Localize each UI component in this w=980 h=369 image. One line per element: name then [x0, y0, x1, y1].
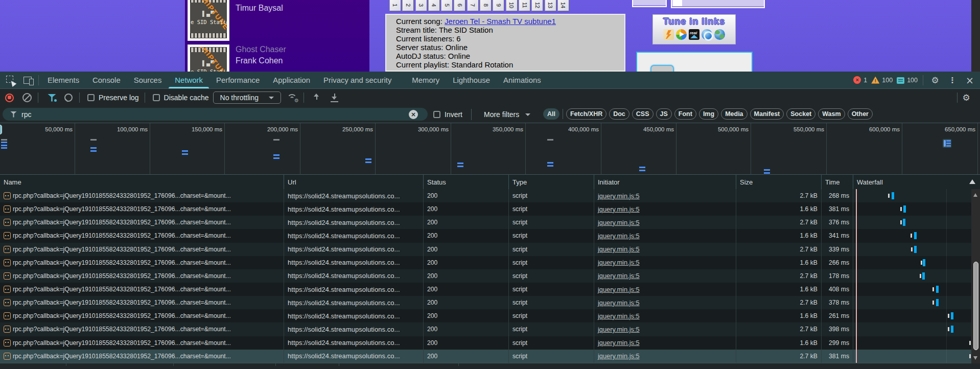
- devtools-tab[interactable]: Elements: [41, 72, 86, 88]
- page-number-button[interactable]: 3: [415, 0, 427, 11]
- page-number-button[interactable]: 7: [467, 0, 479, 11]
- column-header-waterfall[interactable]: Waterfall: [853, 175, 980, 189]
- page-number-button[interactable]: 8: [480, 0, 492, 11]
- request-waterfall[interactable]: [853, 202, 980, 216]
- request-waterfall[interactable]: [853, 322, 980, 336]
- devtools-tab[interactable]: Privacy and security: [317, 72, 398, 88]
- request-name[interactable]: rpc.php?callback=jQuery19101855824332801…: [0, 202, 284, 216]
- timeline-drag-handle[interactable]: [0, 125, 2, 134]
- page-number-button[interactable]: 5: [441, 0, 453, 11]
- request-row[interactable]: rpc.php?callback=jQuery19101855824332801…: [0, 309, 980, 322]
- inspect-element-icon[interactable]: [2, 72, 19, 88]
- request-row[interactable]: rpc.php?callback=jQuery19101855824332801…: [0, 336, 980, 350]
- record-network-log-icon[interactable]: [5, 94, 14, 102]
- request-name[interactable]: rpc.php?callback=jQuery19101855824332801…: [0, 296, 284, 309]
- devtools-tab[interactable]: Application: [266, 72, 317, 88]
- page-number-button[interactable]: 1: [389, 0, 401, 11]
- page-number-button[interactable]: 12: [531, 0, 543, 11]
- page-number-button[interactable]: 10: [506, 0, 518, 11]
- request-name[interactable]: rpc.php?callback=jQuery19101855824332801…: [0, 322, 284, 336]
- column-header-name[interactable]: Name: [0, 175, 284, 189]
- request-waterfall[interactable]: [853, 216, 980, 229]
- more-filters-dropdown[interactable]: More filters: [484, 106, 530, 123]
- track-item-2[interactable]: ▌▄▀ CHIPTUNE e SID Statio Ghost Chaser F…: [188, 44, 286, 72]
- column-header-type[interactable]: Type: [509, 175, 594, 189]
- column-header-initiator[interactable]: Initiator: [594, 175, 736, 189]
- filter-chip-other[interactable]: Other: [848, 108, 873, 120]
- request-initiator[interactable]: jquery.min.js:5: [594, 322, 736, 336]
- filter-chip-manifest[interactable]: Manifest: [750, 108, 784, 120]
- request-waterfall[interactable]: [853, 256, 980, 269]
- request-initiator[interactable]: jquery.min.js:5: [594, 229, 736, 242]
- clear-network-log-icon[interactable]: [22, 93, 32, 102]
- page-number-button[interactable]: 13: [545, 0, 556, 11]
- close-devtools-icon[interactable]: ×: [961, 72, 978, 88]
- clear-filter-icon[interactable]: ×: [409, 110, 418, 119]
- current-song-link[interactable]: Jeroen Tel - Smash TV subtune1: [445, 17, 556, 26]
- filter-chip-img[interactable]: Img: [699, 108, 718, 120]
- track-title[interactable]: A Lost Gem: [236, 0, 283, 2]
- filter-chip-js[interactable]: JS: [656, 108, 672, 120]
- request-initiator[interactable]: jquery.min.js:5: [594, 350, 736, 363]
- page-number-button[interactable]: 4: [428, 0, 440, 11]
- request-name[interactable]: rpc.php?callback=jQuery19101855824332801…: [0, 336, 284, 350]
- request-waterfall[interactable]: [853, 350, 980, 363]
- request-row[interactable]: rpc.php?callback=jQuery19101855824332801…: [0, 243, 980, 256]
- page-number-button[interactable]: 14: [557, 0, 569, 11]
- page-number-button[interactable]: 11: [519, 0, 530, 11]
- filter-chip-fetchxhr[interactable]: Fetch/XHR: [566, 108, 606, 120]
- request-initiator[interactable]: jquery.min.js:5: [594, 336, 736, 350]
- request-name[interactable]: rpc.php?callback=jQuery19101855824332801…: [0, 269, 284, 283]
- invert-checkbox[interactable]: Invert: [433, 106, 462, 123]
- devtools-tab[interactable]: Memory: [405, 72, 446, 88]
- request-row[interactable]: rpc.php?callback=jQuery19101855824332801…: [0, 216, 980, 229]
- request-waterfall[interactable]: [853, 189, 980, 202]
- request-initiator[interactable]: jquery.min.js:5: [594, 283, 736, 296]
- wmp-icon[interactable]: [676, 29, 687, 40]
- export-har-icon[interactable]: [330, 94, 339, 102]
- import-har-icon[interactable]: [312, 94, 321, 102]
- request-waterfall[interactable]: [853, 243, 980, 256]
- settings-gear-icon[interactable]: ⚙: [926, 72, 944, 88]
- request-name[interactable]: rpc.php?callback=jQuery19101855824332801…: [0, 229, 284, 242]
- warning-badge[interactable]: 100: [871, 77, 893, 84]
- column-header-url[interactable]: Url: [284, 175, 424, 189]
- column-header-status[interactable]: Status: [424, 175, 509, 189]
- devtools-tab[interactable]: Network: [168, 72, 209, 88]
- page-number-button[interactable]: 6: [454, 0, 465, 11]
- disable-cache-checkbox[interactable]: Disable cache: [153, 94, 209, 102]
- filter-chip-wasm[interactable]: Wasm: [818, 108, 845, 120]
- request-name[interactable]: rpc.php?callback=jQuery19101855824332801…: [0, 243, 284, 256]
- column-header-size[interactable]: Size: [736, 175, 822, 189]
- filter-chip-all[interactable]: All: [543, 108, 559, 120]
- devtools-tab[interactable]: Animations: [497, 72, 548, 88]
- filter-chip-media[interactable]: Media: [721, 108, 747, 120]
- filter-chip-socket[interactable]: Socket: [786, 108, 815, 120]
- page-scrollbar[interactable]: [971, 0, 980, 72]
- request-row[interactable]: rpc.php?callback=jQuery19101855824332801…: [0, 283, 980, 296]
- filter-chip-font[interactable]: Font: [674, 108, 696, 120]
- page-number-button[interactable]: 9: [493, 0, 504, 11]
- devtools-scrollbar[interactable]: [971, 189, 980, 363]
- request-row[interactable]: rpc.php?callback=jQuery19101855824332801…: [0, 256, 980, 269]
- request-initiator[interactable]: jquery.min.js:5: [594, 202, 736, 216]
- filter-input[interactable]: rpc ×: [3, 108, 428, 121]
- network-settings-gear-icon[interactable]: ⚙: [958, 89, 975, 106]
- focused-button[interactable]: [650, 65, 674, 72]
- request-initiator[interactable]: jquery.min.js:5: [594, 256, 736, 269]
- request-row[interactable]: rpc.php?callback=jQuery19101855824332801…: [0, 229, 980, 242]
- more-options-icon[interactable]: ⋮: [944, 72, 961, 88]
- devtools-tab[interactable]: Console: [86, 72, 127, 88]
- error-badge[interactable]: ×1: [853, 76, 867, 84]
- request-name[interactable]: rpc.php?callback=jQuery19101855824332801…: [0, 309, 284, 322]
- page-number-button[interactable]: 2: [402, 0, 414, 11]
- web-icon[interactable]: [714, 29, 725, 40]
- filter-chip-css[interactable]: CSS: [632, 108, 654, 120]
- request-name[interactable]: rpc.php?callback=jQuery19101855824332801…: [0, 256, 284, 269]
- throttling-dropdown[interactable]: No throttling: [213, 91, 281, 104]
- request-row[interactable]: rpc.php?callback=jQuery19101855824332801…: [0, 202, 980, 216]
- request-waterfall[interactable]: [853, 283, 980, 296]
- devtools-tab[interactable]: Performance: [209, 72, 266, 88]
- request-name[interactable]: rpc.php?callback=jQuery19101855824332801…: [0, 216, 284, 229]
- request-row[interactable]: rpc.php?callback=jQuery19101855824332801…: [0, 269, 980, 283]
